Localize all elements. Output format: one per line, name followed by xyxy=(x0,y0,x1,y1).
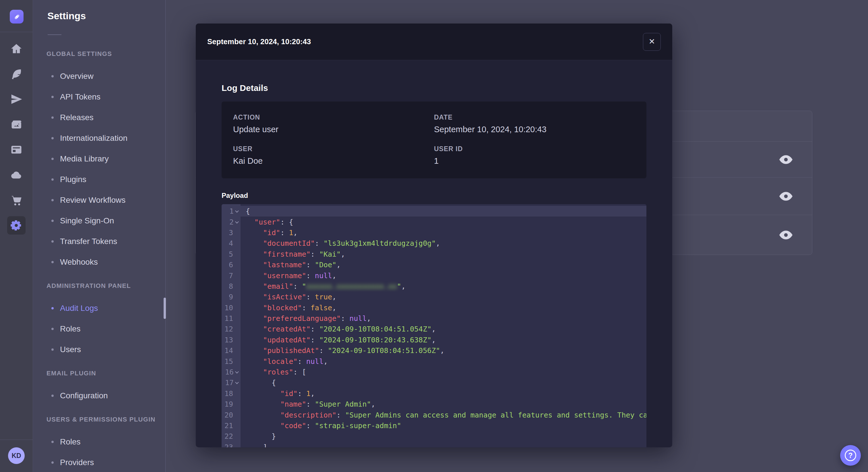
line-number: 11 xyxy=(224,314,233,323)
bullet-icon xyxy=(51,395,54,397)
sidebar-item-users[interactable]: Users xyxy=(33,339,165,360)
code-content: "blocked": false, xyxy=(241,303,646,313)
line-number-gutter: 20 xyxy=(222,409,241,420)
line-number-gutter: 4 xyxy=(222,238,241,248)
view-log-button[interactable] xyxy=(778,190,794,202)
line-number-gutter: 14 xyxy=(222,345,241,356)
line-number: 19 xyxy=(224,400,233,408)
sidebar-item-providers[interactable]: Providers xyxy=(33,452,165,472)
sidebar-item-label: Providers xyxy=(60,458,94,467)
code-line: 4 "documentId": "ls3uk3g1xm4ltdrdugzajg0… xyxy=(222,238,646,248)
code-line: 21 "code": "strapi-super-admin" xyxy=(222,420,646,431)
code-content: { xyxy=(241,206,646,216)
code-token: , xyxy=(431,336,436,344)
sidebar-item-plugins[interactable]: Plugins xyxy=(33,169,165,190)
sidebar-item-audit-logs[interactable]: Audit Logs xyxy=(33,298,165,318)
rail-item-cart[interactable] xyxy=(0,188,33,213)
payload-code-block[interactable]: 1{2 "user": {3 "id": 1,4 "documentId": "… xyxy=(222,204,646,447)
code-line: 6 "lastname": "Doe", xyxy=(222,260,646,270)
fold-chevron-icon[interactable] xyxy=(235,209,239,213)
code-line: 1{ xyxy=(222,206,646,216)
sidebar-item-transfer-tokens[interactable]: Transfer Tokens xyxy=(33,231,165,252)
code-token: "code" xyxy=(280,422,306,430)
code-token: : xyxy=(341,314,349,323)
code-content: "email": "xxxxxx.xxxxxxxxxxx.xx", xyxy=(241,281,646,292)
sidebar-item-roles[interactable]: Roles xyxy=(33,432,165,452)
code-token: "blocked" xyxy=(263,304,302,312)
view-log-button[interactable] xyxy=(778,229,794,241)
code-token: : xyxy=(306,272,315,280)
line-number: 21 xyxy=(224,422,233,430)
sidebar-item-media-library[interactable]: Media Library xyxy=(33,148,165,169)
code-token: { xyxy=(246,207,250,215)
line-number-gutter: 9 xyxy=(222,292,241,302)
rail-item-layout[interactable] xyxy=(0,137,33,162)
detail-value: Update user xyxy=(233,125,434,134)
code-content: "documentId": "ls3uk3g1xm4ltdrdugzajg0g"… xyxy=(241,238,646,248)
line-number-gutter: 23 xyxy=(222,442,241,447)
sidebar-item-roles[interactable]: Roles xyxy=(33,318,165,339)
fold-chevron-icon[interactable] xyxy=(235,370,239,374)
line-number-gutter: 1 xyxy=(222,206,241,216)
rail-item-media-library[interactable] xyxy=(0,112,33,137)
line-number: 13 xyxy=(224,336,233,344)
rail-item-paper-plane[interactable] xyxy=(0,87,33,112)
line-number: 6 xyxy=(229,261,233,269)
line-number: 7 xyxy=(229,272,233,280)
rail-item-settings-gear[interactable] xyxy=(0,213,33,238)
sidebar-item-api-tokens[interactable]: API Tokens xyxy=(33,87,165,107)
redacted-email-value: xxxxxx.xxxxxxxxxxx.xx xyxy=(306,282,397,291)
code-content: "locale": null, xyxy=(241,356,646,367)
nav-scrollbar-thumb[interactable] xyxy=(164,298,166,319)
code-token: "Super Admin" xyxy=(315,400,371,408)
code-content: "id": 1, xyxy=(241,388,646,399)
code-token: , xyxy=(341,250,345,258)
code-content: { xyxy=(241,377,646,388)
sidebar-item-label: API Tokens xyxy=(60,92,100,102)
code-token: : xyxy=(298,390,306,398)
code-token: 1 xyxy=(306,390,311,398)
sidebar-item-releases[interactable]: Releases xyxy=(33,107,165,128)
code-token: "documentId" xyxy=(263,239,315,247)
help-button[interactable]: ? xyxy=(840,445,861,466)
line-number-gutter: 2 xyxy=(222,216,241,227)
sidebar-item-configuration[interactable]: Configuration xyxy=(33,385,165,406)
icon-rail: KD xyxy=(0,0,33,472)
close-button[interactable]: ✕ xyxy=(643,33,661,51)
sidebar-item-internationalization[interactable]: Internationalization xyxy=(33,128,165,148)
media-library-icon xyxy=(10,119,22,131)
detail-field: DATESeptember 10, 2024, 10:20:43 xyxy=(434,113,635,134)
line-number-gutter: 19 xyxy=(222,399,241,409)
code-line: 5 "firstname": "Kai", xyxy=(222,249,646,260)
view-log-button[interactable] xyxy=(778,153,794,166)
sidebar-item-webhooks[interactable]: Webhooks xyxy=(33,252,165,272)
detail-field: USERKai Doe xyxy=(233,145,434,166)
code-token: , xyxy=(371,400,375,408)
code-token: : xyxy=(311,250,319,258)
sidebar-item-single-sign-on[interactable]: Single Sign-On xyxy=(33,210,165,231)
sidebar-item-review-workflows[interactable]: Review Workflows xyxy=(33,190,165,210)
nav-section: ADMINISTRATION PANELAudit LogsRolesUsers xyxy=(33,280,165,360)
code-token: : xyxy=(293,282,302,291)
code-token: : xyxy=(311,336,319,344)
code-token: , xyxy=(436,239,440,247)
sidebar-item-label: Roles xyxy=(60,324,81,334)
code-token: "publishedAt" xyxy=(263,346,319,355)
rail-item-feather[interactable] xyxy=(0,61,33,87)
sidebar-item-overview[interactable]: Overview xyxy=(33,66,165,87)
code-line: 12 "createdAt": "2024-09-10T08:04:51.054… xyxy=(222,324,646,334)
detail-label: DATE xyxy=(434,113,635,121)
code-token: , xyxy=(401,282,406,291)
code-token: "description" xyxy=(280,411,336,419)
code-token: "Super Admins can access and manage all … xyxy=(345,411,646,419)
fold-chevron-icon[interactable] xyxy=(235,220,239,224)
rail-item-cloud[interactable] xyxy=(0,162,33,188)
code-token: } xyxy=(272,432,276,440)
avatar[interactable]: KD xyxy=(8,447,25,464)
rail-item-home[interactable] xyxy=(0,36,33,61)
fold-chevron-icon[interactable] xyxy=(235,380,239,384)
bullet-icon xyxy=(51,75,54,77)
strapi-logo[interactable] xyxy=(10,10,24,24)
code-token: , xyxy=(311,390,315,398)
line-number-gutter: 21 xyxy=(222,420,241,431)
